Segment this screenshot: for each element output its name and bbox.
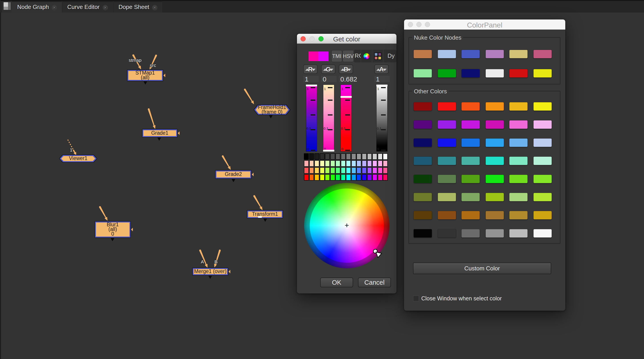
svg-text:0: 0 bbox=[111, 231, 114, 237]
svg-text:Merge1 (over): Merge1 (over) bbox=[194, 268, 226, 274]
svg-text:src: src bbox=[150, 63, 156, 68]
svg-text:1: 1 bbox=[70, 147, 72, 152]
svg-text:B: B bbox=[214, 259, 218, 264]
svg-text:(all): (all) bbox=[141, 75, 149, 80]
svg-text:Grade1: Grade1 bbox=[151, 130, 168, 136]
svg-text:Grade2: Grade2 bbox=[225, 171, 242, 177]
svg-text:A: A bbox=[201, 259, 204, 264]
svg-text:(frame 0): (frame 0) bbox=[262, 109, 282, 115]
svg-text:Transform1: Transform1 bbox=[252, 211, 278, 217]
svg-text:Viewer1: Viewer1 bbox=[69, 155, 88, 161]
svg-text:stmap: stmap bbox=[128, 58, 141, 63]
